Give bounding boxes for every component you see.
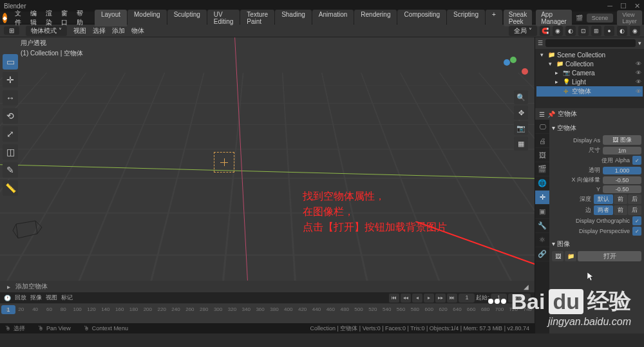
persp-toggle-icon[interactable]: ▦ (514, 136, 528, 151)
offset-x-value[interactable]: -0.50 (603, 176, 641, 184)
proportional-icon[interactable]: ◉ (553, 26, 563, 36)
tab-object[interactable]: ▣ (535, 205, 549, 219)
tab-modifier[interactable]: 🔧 (535, 219, 549, 233)
timeline-playback[interactable]: 回放 (15, 294, 26, 302)
section-image[interactable]: ▾ 图像 (552, 238, 641, 250)
tool-move[interactable]: ↔ (3, 90, 18, 106)
transform-orientation[interactable]: 全局 ˅ (509, 26, 537, 36)
jump-end-icon[interactable]: ⏭ (447, 294, 457, 303)
pan-icon[interactable]: ✥ (514, 106, 528, 120)
tab-constraint[interactable]: 🔗 (535, 247, 549, 261)
visibility-toggle[interactable]: 👁 (636, 61, 641, 67)
size-value[interactable]: 1m (603, 147, 641, 155)
use-alpha-checkbox[interactable]: ✓ (632, 156, 641, 165)
menu-select[interactable]: 选择 (93, 26, 106, 35)
pin-icon[interactable]: 📌 (547, 111, 555, 118)
camera-view-icon[interactable]: 📷 (514, 121, 528, 135)
outliner-editor-icon[interactable]: ☰ (538, 40, 543, 46)
tab-world[interactable]: 🌐 (535, 176, 549, 191)
tab-script[interactable]: Scripting (447, 10, 485, 26)
filter-icon[interactable]: ▾ (638, 40, 641, 46)
tool-scale[interactable]: ⤢ (3, 126, 18, 142)
menu-window[interactable]: 窗口 (57, 9, 71, 27)
app-manager-button[interactable]: App Manager (536, 10, 571, 26)
tab-object-data[interactable]: ✛ (535, 191, 549, 205)
current-frame[interactable]: 1 (459, 294, 475, 303)
menu-edit[interactable]: 编辑 (26, 9, 41, 27)
outliner-search[interactable] (545, 39, 636, 47)
outliner-collection[interactable]: ▾📁Collection👁 (536, 59, 643, 68)
shade-render-icon[interactable]: ◉ (630, 26, 640, 36)
shade-wire-icon[interactable]: ⊞ (591, 26, 601, 36)
gizmo-z-icon[interactable] (504, 59, 510, 66)
tab-comp[interactable]: Compositing (397, 10, 446, 26)
zoom-icon[interactable]: 🔍 (514, 90, 528, 104)
timeline-keying[interactable]: 抠像 (30, 294, 42, 302)
shade-matprev-icon[interactable]: ◐ (617, 26, 627, 36)
camera-object[interactable] (13, 218, 45, 243)
menu-file[interactable]: 文件 (11, 9, 25, 27)
tab-texpaint[interactable]: Texture Paint (240, 10, 274, 26)
tab-shading[interactable]: Shading (275, 10, 312, 26)
outliner-light[interactable]: ▸💡Light👁 (536, 77, 643, 86)
tab-modeling[interactable]: Modeling (128, 10, 167, 26)
properties-editor-icon[interactable]: ☰ (539, 111, 545, 118)
ortho-checkbox[interactable]: ✓ (632, 216, 641, 225)
play-icon[interactable]: ▸ (424, 294, 434, 303)
sneak-peek-button[interactable]: Sneak Peek (504, 10, 532, 26)
scene-selector[interactable]: Scene (587, 14, 614, 23)
disclosure-icon[interactable]: ▸ (4, 282, 13, 291)
depth-segment[interactable]: 默认前后 (594, 194, 641, 204)
persp-checkbox[interactable]: ✓ (632, 227, 641, 236)
menu-view[interactable]: 视图 (73, 26, 86, 35)
viewlayer-selector[interactable]: View Layer (617, 10, 642, 26)
tab-viewlayer[interactable]: 🖼 (535, 148, 549, 162)
tab-layout[interactable]: Layout (95, 10, 127, 26)
tab-physics[interactable]: ⚛ (535, 233, 549, 247)
tool-measure[interactable]: 📏 (3, 180, 18, 196)
gizmo-x-icon[interactable] (522, 68, 528, 75)
xray-icon[interactable]: ⊡ (578, 26, 589, 36)
timeline-marker[interactable]: 标记 (61, 294, 73, 302)
snap-icon[interactable]: 🧲 (540, 26, 550, 36)
section-empty[interactable]: ▾ 空物体 (552, 122, 641, 134)
menu-render[interactable]: 渲染 (42, 9, 56, 27)
3d-viewport[interactable]: 🔍 ✥ 📷 ▦ 找到空物体属性， 在图像栏， 点击【打开】按钮加载背景图片 (0, 37, 535, 281)
timeline-track[interactable]: 1 12040608010012014016018020022024026028… (0, 304, 535, 323)
tab-uv[interactable]: UV Editing (207, 10, 240, 26)
play-rev-icon[interactable]: ◂ (412, 294, 422, 303)
image-browse-icon[interactable]: 📁 (565, 251, 576, 261)
overlay-icon[interactable]: ◐ (565, 26, 576, 36)
tab-render[interactable]: Rendering (354, 10, 397, 26)
opacity-value[interactable]: 1.000 (603, 167, 641, 174)
mode-selector[interactable]: 物体模式 ˅ (26, 26, 67, 36)
editor-type-icon[interactable]: ⊞ (4, 26, 19, 35)
nav-gizmo[interactable] (496, 54, 528, 86)
tool-rotate[interactable]: ⟲ (3, 108, 18, 124)
shade-solid-icon[interactable]: ● (604, 26, 614, 36)
tool-cursor[interactable]: ✛ (3, 72, 18, 88)
menu-help[interactable]: 帮助 (73, 9, 87, 27)
timeline-editor-icon[interactable]: 🕐 (4, 295, 11, 301)
image-new-icon[interactable]: 🖼 (552, 251, 564, 261)
outliner-scene[interactable]: ▾📁Scene Collection (536, 50, 643, 59)
tab-sculpting[interactable]: Sculpting (167, 10, 207, 26)
open-button[interactable]: 打开 (578, 251, 641, 261)
offset-y-value[interactable]: -0.50 (603, 185, 641, 193)
tool-transform[interactable]: ◫ (3, 144, 18, 160)
tab-add[interactable]: + (486, 10, 502, 26)
tool-annotate[interactable]: ✎ (3, 162, 18, 178)
empty-object[interactable] (214, 152, 234, 173)
gizmo-y-icon[interactable] (510, 57, 516, 63)
next-key-icon[interactable]: ▸▸ (435, 294, 446, 303)
timeline-view[interactable]: 视图 (46, 294, 57, 302)
tool-select-box[interactable]: ▭ (3, 54, 18, 70)
tab-render[interactable]: 🖵 (535, 120, 549, 134)
last-operator[interactable]: 添加空物体 (15, 282, 48, 291)
scene-icon[interactable]: 🎬 (576, 15, 583, 21)
tab-output[interactable]: 🖨 (535, 134, 549, 148)
outliner-empty[interactable]: ✛空物体👁 (536, 86, 643, 97)
display-as-value[interactable]: 🖼 图像 (603, 135, 641, 145)
jump-start-icon[interactable]: ⏮ (389, 294, 399, 303)
menu-object[interactable]: 物体 (131, 26, 144, 35)
